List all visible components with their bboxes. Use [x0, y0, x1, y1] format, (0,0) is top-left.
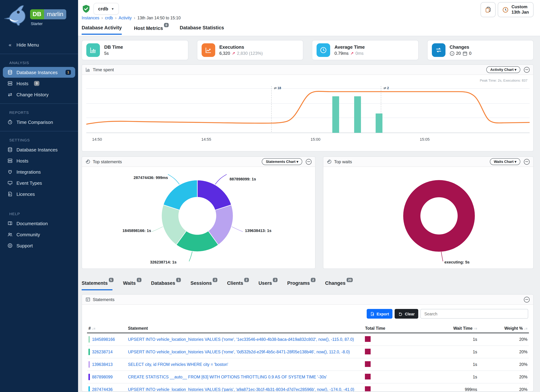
sidebar-item-time-comparison[interactable]: Time Comparison	[3, 117, 75, 127]
clear-button[interactable]: Clear	[395, 309, 418, 319]
db-time-line	[86, 91, 530, 124]
table-row[interactable]: 1845898166 UPSERT INTO vehicle_location_…	[87, 333, 529, 346]
tab-waits[interactable]: Waits1	[123, 280, 140, 290]
section-analysis: ANALYSIS	[9, 60, 78, 65]
statement-link[interactable]: UPSERT INTO vehicle_location_histories V…	[128, 387, 354, 392]
statement-link[interactable]: UPSERT INTO vehicle_location_histories V…	[128, 337, 354, 342]
statement-link[interactable]: CREATE STATISTICS __auto__ FROM [63] WIT…	[128, 375, 327, 379]
tab-changes[interactable]: Changes20	[325, 280, 352, 290]
card-delta: 2,830 (123%)	[237, 51, 263, 56]
sidebar-item-licences[interactable]: Licences	[3, 189, 75, 199]
divider	[0, 104, 78, 104]
annotation-changes-1[interactable]: ⇄ 18	[274, 86, 281, 90]
sort-icon[interactable]: ↑≡	[474, 327, 477, 330]
divider	[0, 131, 78, 131]
donut-label-139638413[interactable]: 139638413: 1s	[245, 228, 271, 233]
donut-label-887898099[interactable]: 887898099: 1s	[230, 177, 256, 181]
collapse-icon[interactable]	[524, 159, 530, 164]
people-icon	[7, 232, 13, 237]
sidebar-item-community[interactable]: Community	[3, 229, 75, 240]
tab-programs[interactable]: Programs2	[287, 280, 314, 290]
sidebar-item-label: Hosts	[16, 158, 28, 164]
section-help: HELP	[9, 212, 78, 216]
collapse-icon[interactable]	[306, 159, 311, 164]
support-icon	[7, 243, 13, 248]
sidebar-item-label: Community	[16, 232, 40, 237]
top-waits-donut[interactable]	[392, 169, 485, 263]
statement-color-chip	[88, 349, 90, 355]
donut-slice-287474436[interactable]	[163, 180, 197, 210]
search-input[interactable]	[420, 309, 528, 319]
sidebar-item-database-instances[interactable]: Database Instances 1	[3, 67, 75, 78]
waits-chart-select[interactable]: Waits Chart ▾	[490, 158, 520, 165]
statement-id-link[interactable]: 1845898166	[92, 337, 115, 342]
collapse-icon[interactable]	[524, 67, 530, 73]
tab-databases[interactable]: Databases1	[151, 280, 180, 290]
main-tabs: Database Activity Host Metrics0 Database…	[82, 25, 224, 35]
book-icon	[7, 221, 13, 226]
donut-label-executing[interactable]: executing: 5s	[444, 260, 470, 264]
card-title: DB Time	[104, 45, 123, 50]
table-row[interactable]: 139638413 SELECT city, id FROM vehicles …	[87, 358, 529, 371]
statement-color-chip	[88, 386, 90, 392]
tab-sessions[interactable]: Sessions2	[190, 280, 216, 290]
breadcrumb-crdb[interactable]: crdb	[105, 16, 113, 20]
copy-button[interactable]	[481, 2, 496, 17]
database-icon	[7, 69, 13, 75]
activity-chart[interactable]: ⇄ 18 ⇄ 2 14:50 14:55 15:00 15:05	[86, 83, 530, 145]
tab-badge: 0	[164, 23, 169, 27]
instance-selector[interactable]: crdb ▼	[94, 3, 119, 15]
donut-slice-887898099[interactable]	[197, 180, 231, 210]
statements-chart-select[interactable]: Statements Chart ▾	[262, 158, 302, 165]
instance-name: crdb	[98, 6, 108, 11]
export-button[interactable]: Export	[366, 309, 393, 319]
chart-icon	[85, 67, 90, 72]
annotation-changes-2[interactable]: ⇄ 2	[384, 86, 389, 90]
hide-menu-label: Hide Menu	[16, 42, 39, 47]
table-row[interactable]: 326238714 UPSERT INTO vehicle_location_h…	[87, 346, 529, 358]
donut-label-1845898166[interactable]: 1845898166: 1s	[90, 228, 151, 233]
statement-id-link[interactable]: 287474436	[92, 387, 113, 392]
clock-icon	[317, 43, 330, 57]
donut-label-326238714[interactable]: 326238714: 1s	[150, 260, 176, 264]
hide-menu-button[interactable]: « Hide Menu	[3, 39, 75, 50]
tab-statements[interactable]: Statements5	[82, 280, 112, 290]
tab-database-statistics[interactable]: Database Statistics	[180, 25, 224, 35]
sidebar-item-event-types[interactable]: Event Types	[3, 178, 75, 188]
count-badge: 1	[65, 70, 71, 75]
total-time-bar	[365, 386, 371, 392]
panel-title: Top waits	[334, 159, 352, 164]
executions-bar	[332, 96, 339, 133]
collapse-icon[interactable]	[524, 297, 530, 302]
time-range-button[interactable]: Custom 13th Jan	[498, 2, 534, 17]
sidebar-item-settings-hosts[interactable]: Hosts	[3, 155, 75, 166]
sidebar-item-label: Integrations	[16, 169, 41, 174]
database-icon	[7, 147, 13, 153]
sidebar-item-settings-database-instances[interactable]: Database Instances	[3, 144, 75, 155]
statement-id-link[interactable]: 887898099	[92, 375, 113, 379]
sidebar-item-support[interactable]: Support	[3, 240, 75, 251]
sidebar-item-change-history[interactable]: ⇄ Change History	[3, 89, 75, 100]
logo[interactable]: DB marlin Starter	[0, 0, 78, 33]
statement-link[interactable]: UPSERT INTO vehicle_location_histories V…	[128, 350, 350, 354]
breadcrumb-instances[interactable]: Instances	[82, 16, 99, 20]
statement-id-link[interactable]: 326238714	[92, 350, 113, 354]
sidebar-item-integrations[interactable]: Integrations	[3, 166, 75, 177]
tab-clients[interactable]: Clients2	[227, 280, 248, 290]
top-statements-donut[interactable]	[151, 169, 244, 263]
sort-icon[interactable]: ↓≡	[92, 327, 95, 330]
sidebar-item-documentation[interactable]: Documentation	[3, 218, 75, 229]
activity-chart-select[interactable]: Activity Chart ▾	[486, 66, 520, 73]
statement-link[interactable]: SELECT city, id FROM vehicles WHERE city…	[128, 362, 228, 367]
statement-id-link[interactable]: 139638413	[92, 362, 113, 367]
table-row[interactable]: 887898099 CREATE STATISTICS __auto__ FRO…	[87, 371, 529, 383]
tab-users[interactable]: Users2	[259, 280, 277, 290]
sidebar-item-hosts[interactable]: Hosts 0	[3, 78, 75, 89]
sidebar-item-label: Time Comparison	[16, 119, 53, 125]
tab-database-activity[interactable]: Database Activity	[82, 25, 122, 35]
sort-icon[interactable]: ↓≡	[524, 327, 527, 330]
donut-label-287474436[interactable]: 287474436: 999ms	[104, 175, 168, 180]
tab-host-metrics[interactable]: Host Metrics0	[134, 25, 168, 35]
table-row[interactable]: 287474436 UPSERT INTO vehicle_location_h…	[87, 383, 529, 392]
breadcrumb-activity[interactable]: Activity	[119, 16, 132, 20]
